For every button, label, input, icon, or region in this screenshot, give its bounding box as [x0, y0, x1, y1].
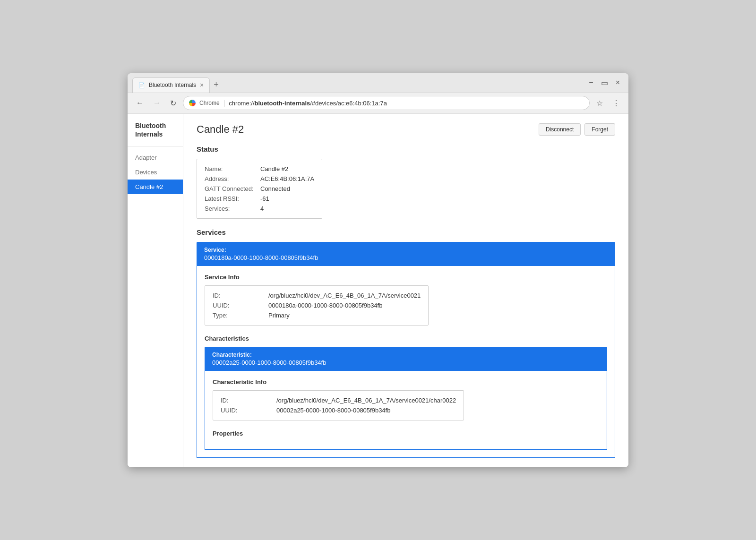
maximize-button[interactable]: ▭	[598, 77, 611, 89]
characteristic-body: Characteristic Info ID: /org/bluez/hci0/…	[205, 371, 607, 450]
service-uuid-row: UUID: 0000180a-0000-1000-8000-00805f9b34…	[213, 300, 421, 310]
close-button[interactable]: ×	[613, 77, 623, 89]
device-title: Candle #2	[197, 123, 244, 136]
disconnect-button[interactable]: Disconnect	[539, 123, 581, 136]
more-options-button[interactable]: ⋮	[610, 97, 623, 110]
char-id-row: ID: /org/bluez/hci0/dev_AC_E6_4B_06_1A_7…	[221, 395, 456, 405]
status-name-label: Name:	[205, 165, 257, 172]
service-body: Service Info ID: /org/bluez/hci0/dev_AC_…	[197, 266, 615, 458]
status-address-row: Address: AC:E6:4B:06:1A:7A	[205, 174, 314, 184]
service-id-label: ID:	[213, 292, 265, 299]
status-address-value: AC:E6:4B:06:1A:7A	[260, 175, 314, 182]
status-address-label: Address:	[205, 175, 257, 182]
nav-bar: ← → ↻ Chrome | chrome://bluetooth-intern…	[128, 93, 628, 114]
services-section: Services Service: 0000180a-0000-1000-800…	[197, 228, 615, 458]
title-bar: 📄 Bluetooth Internals × + − ▭ ×	[128, 73, 628, 93]
address-brand: Chrome	[199, 100, 220, 106]
status-rssi-row: Latest RSSI: -61	[205, 194, 314, 204]
browser-window: 📄 Bluetooth Internals × + − ▭ × ← → ↻ Ch…	[128, 73, 628, 467]
char-banner-label: Characteristic:	[212, 351, 600, 358]
address-bold: bluetooth-internals	[255, 100, 310, 107]
char-info-title: Characteristic Info	[213, 378, 599, 386]
service-banner[interactable]: Service: 0000180a-0000-1000-8000-00805f9…	[197, 242, 615, 266]
refresh-button[interactable]: ↻	[167, 97, 179, 110]
status-services-value: 4	[260, 205, 264, 212]
minimize-button[interactable]: −	[586, 77, 596, 89]
sidebar-item-adapter[interactable]: Adapter	[128, 150, 183, 165]
page-body: Bluetooth Internals Adapter Devices Cand…	[128, 114, 628, 467]
back-button[interactable]: ←	[133, 97, 146, 109]
status-services-label: Services:	[205, 205, 257, 212]
active-tab[interactable]: 📄 Bluetooth Internals ×	[132, 77, 210, 93]
characteristics-title: Characteristics	[205, 335, 607, 342]
address-prefix: chrome://	[229, 100, 254, 107]
service-type-label: Type:	[213, 312, 265, 319]
status-name-row: Name: Candle #2	[205, 164, 314, 174]
service-banner-label: Service:	[204, 247, 608, 253]
properties-title: Properties	[213, 430, 599, 437]
sidebar-item-candle2[interactable]: Candle #2	[128, 180, 183, 194]
sidebar-divider	[128, 146, 183, 146]
tab-area: 📄 Bluetooth Internals × +	[128, 73, 586, 93]
char-id-label: ID:	[221, 397, 273, 404]
address-text: chrome://bluetooth-internals/#devices/ac…	[229, 100, 387, 107]
forget-button[interactable]: Forget	[584, 123, 615, 136]
forward-button[interactable]: →	[150, 97, 163, 109]
chrome-logo-icon	[189, 100, 196, 106]
status-rssi-value: -61	[260, 195, 269, 202]
service-info-title: Service Info	[205, 274, 607, 281]
status-gatt-label: GATT Connected:	[205, 185, 257, 192]
tab-close-button[interactable]: ×	[200, 81, 204, 89]
service-id-row: ID: /org/bluez/hci0/dev_AC_E6_4B_06_1A_7…	[213, 291, 421, 300]
main-content: Candle #2 Disconnect Forget Status Name:…	[183, 114, 628, 467]
service-uuid-label: UUID:	[213, 302, 265, 309]
address-suffix: /#devices/ac:e6:4b:06:1a:7a	[310, 100, 387, 107]
char-info-box: ID: /org/bluez/hci0/dev_AC_E6_4B_06_1A_7…	[213, 390, 464, 420]
status-name-value: Candle #2	[260, 165, 288, 172]
device-header: Candle #2 Disconnect Forget	[197, 123, 615, 136]
status-section-title: Status	[197, 145, 615, 153]
status-services-row: Services: 4	[205, 204, 314, 214]
status-section: Status Name: Candle #2 Address: AC:E6:4B…	[197, 145, 615, 228]
char-uuid-label: UUID:	[221, 407, 273, 414]
sidebar-item-devices[interactable]: Devices	[128, 165, 183, 180]
status-info-box: Name: Candle #2 Address: AC:E6:4B:06:1A:…	[197, 159, 322, 219]
status-rssi-label: Latest RSSI:	[205, 195, 257, 202]
address-bar[interactable]: Chrome | chrome://bluetooth-internals/#d…	[183, 96, 590, 110]
tab-favicon-icon: 📄	[138, 82, 145, 88]
bookmark-button[interactable]: ☆	[593, 97, 606, 110]
sidebar-title: Bluetooth Internals	[128, 121, 183, 146]
service-banner-uuid: 0000180a-0000-1000-8000-00805f9b34fb	[204, 254, 608, 261]
status-gatt-value: Connected	[260, 185, 290, 192]
address-separator: |	[223, 99, 225, 107]
sidebar: Bluetooth Internals Adapter Devices Cand…	[128, 114, 183, 467]
tab-title: Bluetooth Internals	[149, 82, 196, 88]
window-controls: − ▭ ×	[586, 77, 628, 89]
status-gatt-row: GATT Connected: Connected	[205, 184, 314, 194]
char-id-value: /org/bluez/hci0/dev_AC_E6_4B_06_1A_7A/se…	[276, 397, 456, 404]
service-type-row: Type: Primary	[213, 310, 421, 320]
characteristic-banner[interactable]: Characteristic: 00002a25-0000-1000-8000-…	[205, 347, 607, 371]
service-info-box: ID: /org/bluez/hci0/dev_AC_E6_4B_06_1A_7…	[205, 285, 429, 326]
service-uuid-value: 0000180a-0000-1000-8000-00805f9b34fb	[268, 302, 382, 309]
char-uuid-row: UUID: 00002a25-0000-1000-8000-00805f9b34…	[221, 405, 456, 415]
service-id-value: /org/bluez/hci0/dev_AC_E6_4B_06_1A_7A/se…	[268, 292, 421, 299]
header-buttons: Disconnect Forget	[539, 123, 615, 136]
char-uuid-value: 00002a25-0000-1000-8000-00805f9b34fb	[276, 407, 390, 414]
services-section-title: Services	[197, 228, 615, 236]
new-tab-button[interactable]: +	[210, 77, 223, 93]
service-type-value: Primary	[268, 312, 290, 319]
char-banner-uuid: 00002a25-0000-1000-8000-00805f9b34fb	[212, 359, 600, 366]
